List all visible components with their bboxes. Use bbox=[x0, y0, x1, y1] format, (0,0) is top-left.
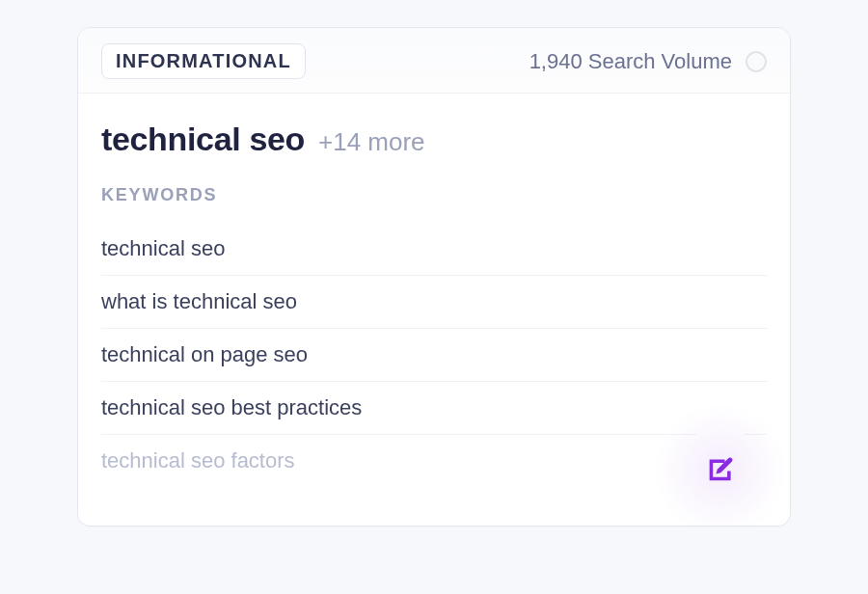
primary-keyword: technical seo bbox=[101, 121, 305, 158]
intent-badge: INFORMATIONAL bbox=[101, 43, 306, 79]
keyword-item[interactable]: what is technical seo bbox=[101, 276, 767, 329]
card-header: INFORMATIONAL 1,940 Search Volume bbox=[78, 28, 790, 94]
edit-button[interactable] bbox=[678, 427, 763, 512]
circle-indicator-icon bbox=[746, 51, 767, 72]
search-volume: 1,940 Search Volume bbox=[529, 49, 767, 74]
more-count[interactable]: +14 more bbox=[318, 127, 425, 157]
card-body: technical seo +14 more KEYWORDS technica… bbox=[78, 94, 790, 526]
keyword-item[interactable]: technical seo bbox=[101, 223, 767, 276]
edit-icon bbox=[704, 453, 737, 486]
keyword-item[interactable]: technical on page seo bbox=[101, 329, 767, 382]
search-volume-text: 1,940 Search Volume bbox=[529, 49, 732, 74]
title-row: technical seo +14 more bbox=[101, 121, 767, 158]
keywords-section-label: KEYWORDS bbox=[101, 185, 767, 205]
keyword-card: INFORMATIONAL 1,940 Search Volume techni… bbox=[77, 27, 791, 526]
keyword-item[interactable]: technical seo best practices bbox=[101, 382, 767, 435]
